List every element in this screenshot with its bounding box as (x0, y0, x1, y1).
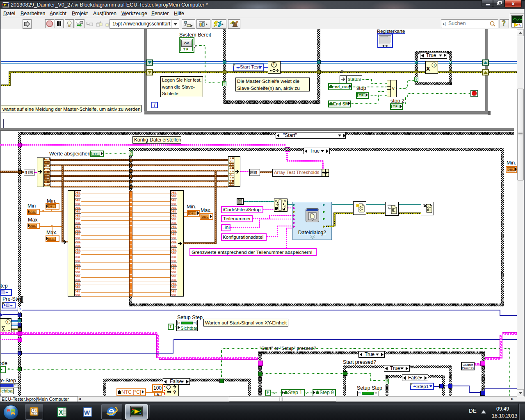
svg-text:W: W (84, 409, 90, 416)
svg-text:!: ! (434, 63, 435, 67)
svg-text:!: ! (7, 320, 9, 324)
svg-text:[]: [] (255, 171, 257, 174)
svg-text:?: ? (173, 390, 176, 395)
svg-text:[]: [] (25, 171, 27, 174)
svg-text:X: X (59, 409, 63, 416)
svg-text:!: ! (273, 63, 274, 67)
